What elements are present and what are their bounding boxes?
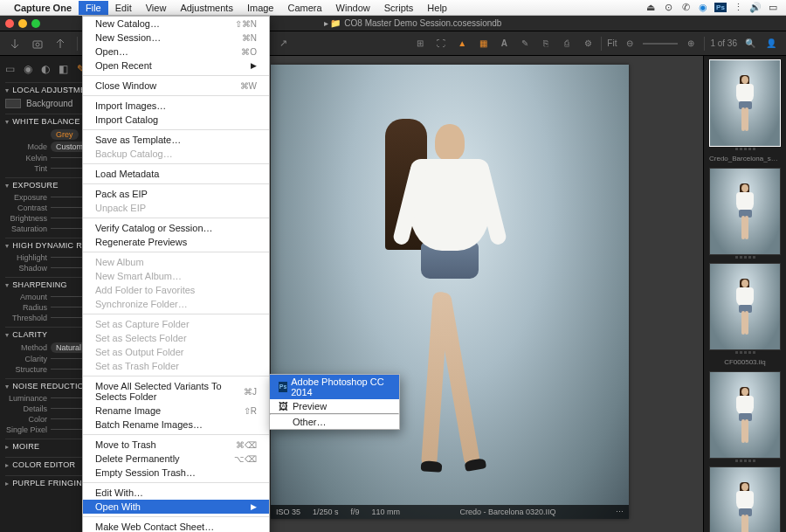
- battery-icon[interactable]: ▭: [767, 2, 779, 13]
- file-menu-item[interactable]: Make Web Contact Sheet…: [83, 520, 269, 532]
- layer-background[interactable]: Background: [26, 99, 72, 108]
- section-noise[interactable]: NOISE REDUCTION: [12, 382, 90, 390]
- ps-icon: Ps: [279, 382, 287, 392]
- thumbnail[interactable]: Credo_Barcelona_sample.IIQ: [709, 59, 781, 166]
- file-menu-item[interactable]: New Session…⌘N: [83, 31, 269, 45]
- thumbnail[interactable]: CF000503.iiq: [709, 263, 781, 370]
- thumbnail[interactable]: CF000502.iiq: [709, 466, 781, 532]
- grid-overlay-icon[interactable]: ⊞: [412, 36, 428, 52]
- rating-dots[interactable]: [709, 255, 781, 261]
- thumbnail[interactable]: [709, 168, 781, 261]
- zoom-out-icon[interactable]: ⊖: [622, 36, 638, 52]
- close-window-button[interactable]: [5, 19, 14, 28]
- file-menu-item[interactable]: Edit With…: [83, 486, 269, 500]
- zoom-window-button[interactable]: [31, 19, 40, 28]
- dropbox-icon[interactable]: ⏏: [645, 2, 657, 13]
- section-moire[interactable]: MOIRE: [12, 442, 39, 451]
- file-menu-item[interactable]: Open…⌘O: [83, 45, 269, 59]
- app-name[interactable]: Capture One: [14, 3, 72, 13]
- volume-icon[interactable]: 🔊: [749, 2, 762, 13]
- open-with-item[interactable]: Other…: [270, 415, 399, 429]
- warning-icon[interactable]: ▲: [454, 36, 470, 52]
- camera-icon[interactable]: [30, 36, 45, 52]
- zoom-slider[interactable]: [643, 43, 678, 45]
- file-menu-item[interactable]: Batch Rename Images…: [83, 418, 269, 432]
- section-clarity[interactable]: CLARITY: [12, 330, 47, 339]
- wb-tint-label: Tint: [5, 164, 47, 173]
- text-a-icon[interactable]: A: [496, 36, 512, 52]
- file-menu-item[interactable]: Close Window⌘W: [83, 79, 269, 93]
- section-sharpening[interactable]: SHARPENING: [12, 280, 67, 289]
- open-with-item[interactable]: 🖼Preview: [270, 399, 399, 413]
- section-purple[interactable]: PURPLE FRINGING: [12, 479, 88, 487]
- edit-pen-icon[interactable]: ✎: [517, 36, 533, 52]
- tab-capture-icon[interactable]: ◉: [24, 63, 32, 75]
- thumb-caption: CF000503.iiq: [709, 356, 781, 370]
- menu-scripts[interactable]: Scripts: [377, 1, 421, 15]
- print-icon[interactable]: ⎙: [559, 36, 575, 52]
- expand-icon[interactable]: ⛶: [433, 36, 449, 52]
- open-with-item[interactable]: PsAdobe Photoshop CC 2014: [270, 375, 399, 399]
- export-icon[interactable]: [52, 36, 68, 52]
- menu-camera[interactable]: Camera: [280, 1, 328, 15]
- section-exposure[interactable]: EXPOSURE: [12, 181, 58, 190]
- search-icon[interactable]: 🔍: [742, 36, 758, 52]
- minimize-window-button[interactable]: [18, 19, 27, 28]
- menu-view[interactable]: View: [139, 1, 174, 15]
- file-menu-item[interactable]: Regenerate Previews: [83, 235, 269, 249]
- thumbnail[interactable]: [709, 371, 781, 465]
- menu-adjustments[interactable]: Adjustments: [173, 1, 240, 15]
- zoom-in-icon[interactable]: ⊕: [683, 36, 699, 52]
- rating-dots[interactable]: [709, 147, 781, 153]
- ps-icon[interactable]: Ps: [714, 3, 727, 12]
- file-menu-item[interactable]: Load Metadata: [83, 167, 269, 181]
- layer-thumb[interactable]: [5, 99, 21, 108]
- tab-color-icon[interactable]: ◐: [41, 63, 50, 75]
- file-menu-item: Set as Output Folder: [83, 345, 269, 359]
- colornr-label: Color: [5, 415, 47, 424]
- image-viewer[interactable]: ISO 35 1/250 s f/9 110 mm Credo - Barcel…: [196, 56, 703, 532]
- grid-color-icon[interactable]: ▦: [475, 36, 491, 52]
- wb-grey-pill[interactable]: Grey: [51, 129, 79, 140]
- menu-image[interactable]: Image: [240, 1, 281, 15]
- file-menu-item[interactable]: Open Recent▶: [83, 59, 269, 73]
- file-menu-item[interactable]: New Catalog…⇧⌘N: [83, 17, 269, 31]
- user-icon[interactable]: 👤: [763, 36, 779, 52]
- file-menu-item[interactable]: Rename Image⇧R: [83, 404, 269, 418]
- file-menu-item[interactable]: Delete Permanently⌥⌫: [83, 452, 269, 466]
- rating-dots[interactable]: [709, 350, 781, 356]
- file-menu-item[interactable]: Save as Template…: [83, 133, 269, 147]
- brush-tool-icon[interactable]: ↗: [275, 36, 291, 52]
- import-icon[interactable]: [7, 36, 23, 52]
- file-menu-item[interactable]: Move All Selected Variants To Selects Fo…: [83, 379, 269, 404]
- cc-icon[interactable]: ◉: [697, 2, 709, 13]
- wb-kelvin-label: Kelvin: [5, 154, 47, 162]
- file-menu-item[interactable]: Open With▶: [83, 500, 269, 514]
- saturation-label: Saturation: [5, 225, 47, 233]
- wb-mode-label: Mode: [5, 142, 47, 151]
- exif-rating-icon[interactable]: ⋯: [616, 508, 624, 516]
- tab-exposure-icon[interactable]: ◧: [59, 63, 68, 75]
- file-menu-item[interactable]: Move to Trash⌘⌫: [83, 438, 269, 452]
- threshold-label: Threshold: [5, 314, 47, 322]
- file-menu-item[interactable]: Import Catalog: [83, 113, 269, 127]
- menu-edit[interactable]: Edit: [108, 1, 139, 15]
- menu-help[interactable]: Help: [420, 1, 454, 15]
- file-menu-item[interactable]: Pack as EIP: [83, 187, 269, 201]
- menu-file[interactable]: File: [79, 1, 108, 15]
- mac-menubar: Capture One File Edit View Adjustments I…: [0, 0, 786, 16]
- section-coloreditor[interactable]: COLOR EDITOR: [12, 460, 75, 469]
- gear-icon[interactable]: ⚙: [580, 36, 596, 52]
- file-menu-item[interactable]: Verify Catalog or Session…: [83, 221, 269, 235]
- wifi-icon[interactable]: ⋮: [732, 2, 744, 13]
- file-menu-item[interactable]: Empty Session Trash…: [83, 466, 269, 480]
- menu-window[interactable]: Window: [329, 1, 377, 15]
- method-select[interactable]: Natural: [51, 342, 86, 353]
- phone-icon[interactable]: ✆: [679, 2, 692, 13]
- rating-dots[interactable]: [709, 459, 781, 465]
- copy-icon[interactable]: ⎘: [538, 36, 554, 52]
- tab-library-icon[interactable]: ▭: [5, 63, 15, 75]
- file-menu-item[interactable]: Import Images…: [83, 99, 269, 113]
- section-white-balance[interactable]: WHITE BALANCE: [12, 117, 79, 126]
- status-icon[interactable]: ⊙: [662, 2, 674, 13]
